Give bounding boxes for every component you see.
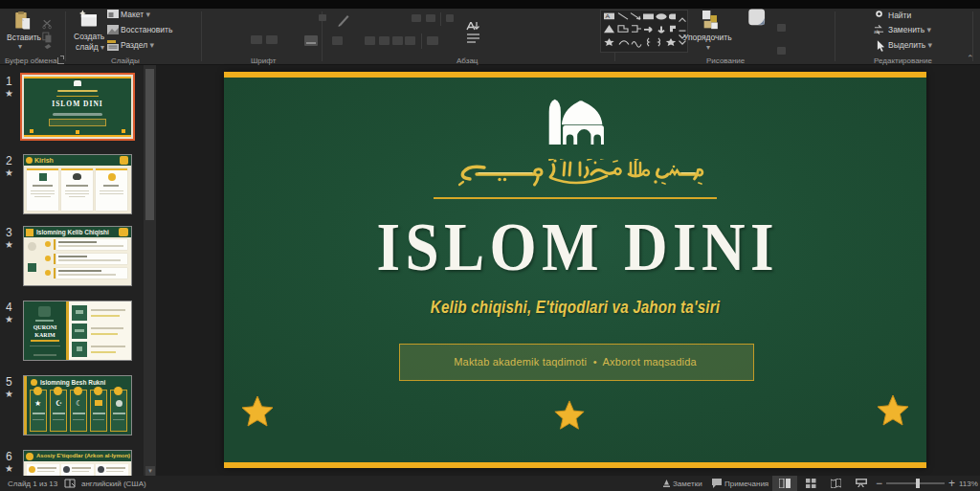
svg-text:A: A [606, 13, 611, 19]
svg-text:ab: ab [874, 29, 880, 34]
